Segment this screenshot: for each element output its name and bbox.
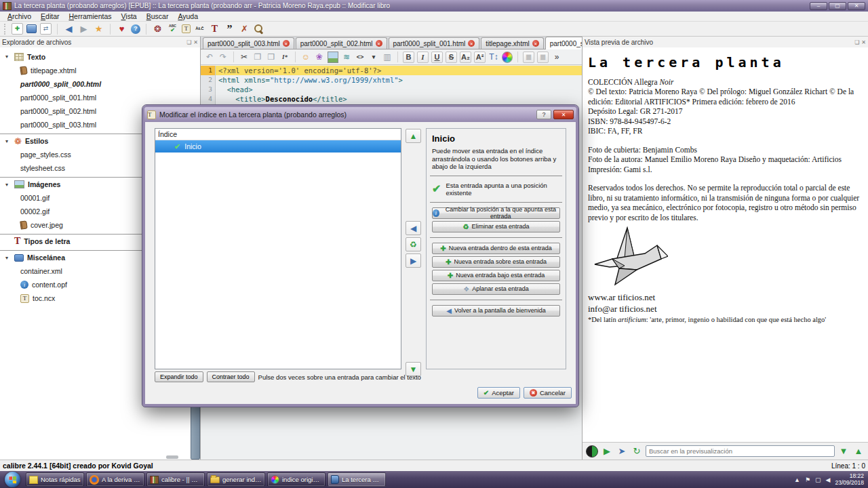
code-block-icon[interactable]: ▥ — [382, 52, 393, 63]
search-next-icon[interactable]: ▼ — [837, 445, 850, 458]
file-item-titlepage[interactable]: titlepage.xhtml — [0, 64, 191, 77]
change-position-button[interactable]: i Cambiar la posición a la que apunta es… — [432, 207, 560, 219]
save-icon[interactable] — [26, 24, 37, 33]
tab-part0000-split-002[interactable]: part0000_split_002.html ✕ — [296, 37, 387, 49]
new-entry-below-button[interactable]: ✚ Nueva entrada bajo esta entrada — [432, 270, 560, 281]
toc-entry-inicio[interactable]: ✔ Inicio — [155, 140, 401, 152]
new-entry-above-button[interactable]: ✚ Nueva entrada sobre esta entrada — [432, 256, 560, 268]
live-preview-icon[interactable] — [586, 445, 598, 458]
menu-editar[interactable]: Editar — [36, 12, 64, 20]
redo-icon[interactable]: ↷ — [218, 52, 229, 63]
expand-all-button[interactable]: Expandir todo — [155, 371, 203, 382]
toc-wand-icon[interactable]: ★ — [93, 23, 104, 35]
close-panel-icon[interactable]: ✕ — [193, 39, 198, 45]
refresh-icon[interactable]: ↻ — [631, 445, 643, 458]
dialog-help-button[interactable]: ? — [536, 110, 551, 119]
volume-icon[interactable]: ◀ — [826, 476, 831, 483]
tab-part0000-split-003[interactable]: part0000_split_003.html ✕ — [203, 37, 294, 49]
remove-entry-button[interactable]: ♻ Eliminar esta entrada — [432, 221, 560, 232]
back-icon[interactable]: ◀ — [63, 23, 75, 35]
split-at-cursor-icon[interactable]: ≋ — [341, 52, 352, 63]
forward-icon[interactable]: ▶ — [78, 23, 90, 35]
toolbar-overflow-icon[interactable]: » — [551, 52, 562, 63]
bold-icon[interactable]: B — [403, 52, 414, 63]
run-preview-icon[interactable]: ▶ — [601, 445, 613, 458]
smart-quotes-icon[interactable]: ” — [224, 23, 235, 35]
help-icon[interactable]: ? — [131, 24, 140, 34]
underline-icon[interactable]: U — [431, 52, 443, 63]
copy-icon[interactable]: ❐ — [252, 52, 263, 63]
mail-link[interactable]: info@ar tificios.net — [588, 303, 863, 314]
menu-buscar[interactable]: Buscar — [142, 12, 174, 20]
donate-heart-icon[interactable]: ♥ — [116, 23, 127, 35]
taskbar-button-notas[interactable]: Notas rápidas — [26, 472, 84, 487]
move-right-button[interactable]: ▶ — [406, 253, 421, 268]
network-icon[interactable]: ▢ — [815, 476, 821, 483]
expand-arrow-icon[interactable]: ▾ — [5, 138, 11, 144]
clock[interactable]: 18:22 23/09/2018 — [835, 473, 864, 486]
dialog-close-button[interactable]: ✕ — [553, 110, 574, 119]
explorer-horizontal-scrollbar[interactable] — [0, 455, 191, 460]
undo-icon[interactable]: ↶ — [204, 52, 215, 63]
tab-close-icon[interactable]: ✕ — [468, 40, 475, 47]
remove-unused-css-icon[interactable]: ✗ — [239, 23, 250, 35]
insert-image-icon[interactable] — [328, 52, 338, 63]
special-character-icon[interactable]: ❀ — [314, 52, 325, 63]
tab-titlepage[interactable]: titlepage.xhtml ✕ — [481, 37, 543, 49]
insert-tag-dropdown-icon[interactable]: ▾ — [368, 52, 379, 63]
tab-close-icon[interactable]: ✕ — [532, 40, 539, 47]
menu-vista[interactable]: Vista — [117, 12, 142, 20]
tab-close-icon[interactable]: ✕ — [283, 40, 290, 47]
flatten-entry-button[interactable]: ❖ Aplanar esta entrada — [432, 283, 560, 295]
file-item-split000[interactable]: part0000_split_000.html — [0, 77, 191, 91]
check-book-icon[interactable]: ❂ — [152, 23, 163, 35]
menu-ayuda[interactable]: Ayuda — [173, 12, 203, 20]
menu-archivo[interactable]: Archivo — [3, 12, 36, 20]
web-link[interactable]: www.ar tificios.net — [588, 291, 863, 303]
taskbar-button-folder[interactable]: generar indice — [207, 472, 265, 487]
new-entry-inside-button[interactable]: ✚ Nueva entrada dentro de esta entrada — [432, 243, 560, 254]
toc-tree[interactable]: Índice ✔ Inicio — [155, 128, 401, 369]
insert-special-character-icon[interactable]: T — [182, 24, 191, 33]
insert-tag-icon[interactable]: <> — [355, 52, 366, 63]
italic-icon[interactable]: I — [417, 52, 429, 63]
close-panel-icon[interactable]: ✕ — [861, 39, 866, 45]
subset-fonts-icon[interactable]: T — [209, 23, 220, 35]
cut-icon[interactable]: ✂ — [239, 52, 250, 63]
spellcheck-icon[interactable]: ✔ — [167, 23, 178, 35]
font-size-icon[interactable]: T↕ — [488, 52, 499, 63]
tree-section-texto[interactable]: ▾ Texto — [0, 49, 191, 64]
transform-case-icon[interactable]: ÀŁČ — [194, 23, 205, 35]
accept-button[interactable]: ✔ Aceptar — [477, 387, 520, 399]
move-up-button[interactable]: ▲ — [406, 129, 421, 143]
subscript-icon[interactable]: A₂ — [460, 52, 471, 63]
action-center-flag-icon[interactable]: ⚑ — [805, 476, 810, 483]
text-color-icon[interactable] — [502, 52, 513, 63]
tab-part0000-split-001[interactable]: part0000_split_001.html ✕ — [389, 37, 480, 49]
return-welcome-button[interactable]: ◀ Volver a la pantalla de bienvenida — [432, 305, 560, 317]
expand-arrow-icon[interactable]: ▾ — [5, 182, 11, 188]
float-panel-icon[interactable]: ❏ — [854, 39, 859, 45]
taskbar-button-edit-book[interactable]: La tercera planta (... — [328, 472, 386, 487]
send-to-browser-icon[interactable]: ➤ — [616, 445, 628, 458]
maximize-button[interactable]: ▢ — [829, 2, 846, 10]
close-button[interactable]: ✕ — [848, 2, 865, 10]
dialog-titlebar[interactable]: T Modificar el índice en La tercera plan… — [144, 107, 576, 122]
search-prev-icon[interactable]: ▲ — [852, 445, 865, 458]
toggle-file-icon[interactable]: ⇄ — [40, 23, 52, 35]
cancel-button[interactable]: ✖ Cancelar — [524, 387, 572, 399]
expand-arrow-icon[interactable]: ▾ — [5, 54, 11, 60]
refresh-toc-button[interactable]: ♻ — [406, 237, 421, 251]
preview-search-input[interactable] — [646, 445, 835, 457]
scrollbar-thumb[interactable] — [166, 455, 178, 459]
superscript-icon[interactable]: A² — [474, 52, 486, 63]
reports-icon[interactable] — [254, 24, 264, 34]
hidden-icons-icon[interactable]: ▲ — [794, 476, 800, 483]
taskbar-button-calibre[interactable]: calibre - || EPUB 2... — [146, 472, 205, 487]
minimize-button[interactable]: – — [810, 2, 827, 10]
align-left-icon[interactable]: ≣ — [523, 52, 534, 63]
new-file-icon[interactable]: ✚ — [12, 23, 23, 35]
expand-arrow-icon[interactable]: ▾ — [5, 255, 11, 261]
float-panel-icon[interactable]: ❏ — [186, 39, 191, 45]
collapse-all-button[interactable]: Contraer todo — [207, 371, 255, 382]
